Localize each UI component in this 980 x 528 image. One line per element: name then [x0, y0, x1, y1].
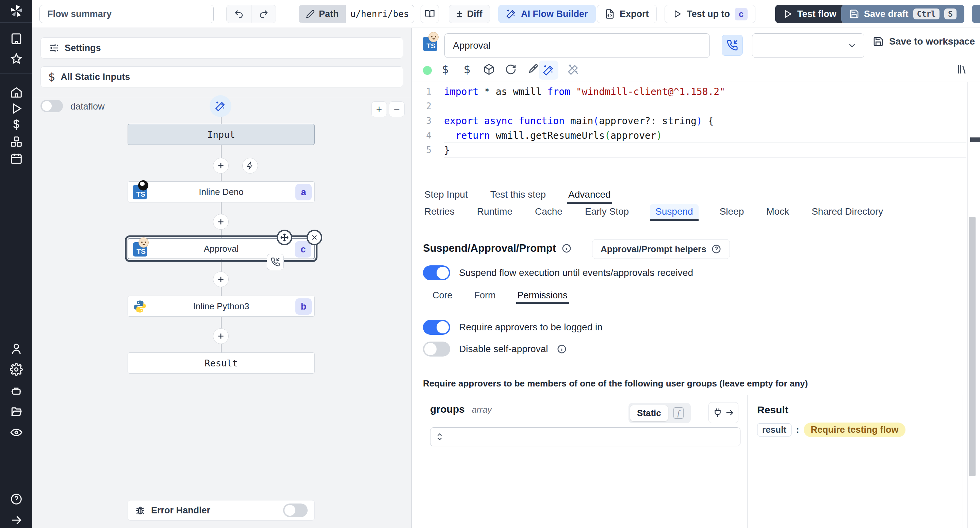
zoom-out-button[interactable]: − [389, 102, 404, 117]
deploy-button-partial[interactable] [972, 5, 980, 23]
resources-dollar-icon[interactable]: $ [460, 63, 474, 76]
diff-button[interactable]: ± Diff [449, 5, 490, 23]
windmill-logo-icon[interactable] [8, 3, 24, 19]
undo-button[interactable] [227, 5, 251, 23]
redo-button[interactable] [251, 5, 275, 23]
delete-step-button[interactable] [307, 230, 322, 245]
error-handler-row[interactable]: Error Handler [127, 500, 315, 520]
test-up-to-button[interactable]: Test up to c [665, 5, 756, 23]
suspend-step-indicator-button[interactable] [722, 35, 743, 56]
tab-permissions[interactable]: Permissions [516, 288, 569, 304]
ai-assistant-icon[interactable] [539, 60, 558, 80]
advanced-tabs: Retries Runtime Cache Early Stop Suspend… [412, 204, 967, 221]
tab-form[interactable]: Form [473, 288, 497, 304]
folders-icon[interactable] [10, 405, 23, 418]
home-icon[interactable] [10, 86, 23, 99]
flow-settings-button[interactable]: Settings [40, 37, 403, 59]
function-icon: f [673, 407, 684, 419]
error-handler-toggle[interactable] [283, 504, 308, 517]
settings-gear-icon[interactable] [10, 363, 23, 376]
tab-shared-directory[interactable]: Shared Directory [810, 204, 885, 221]
flow-summary-input[interactable] [40, 5, 214, 23]
expand-sidebar-icon[interactable] [10, 514, 23, 526]
zoom-in-button[interactable]: + [371, 102, 387, 117]
node-input[interactable]: Input [127, 124, 315, 145]
connect-input-button[interactable] [708, 402, 738, 423]
approval-suspend-badge[interactable] [267, 254, 284, 270]
approval-prompt-helpers-button[interactable]: Approval/Prompt helpers [592, 239, 730, 259]
user-icon[interactable] [10, 343, 23, 356]
tab-retries[interactable]: Retries [423, 204, 456, 221]
ai-disabled-icon[interactable] [566, 63, 580, 76]
node-result[interactable]: Result [127, 353, 315, 374]
info-icon[interactable] [562, 243, 572, 253]
variables-dollar-icon[interactable]: $ [439, 63, 452, 76]
package-icon[interactable] [482, 63, 496, 76]
ai-builder-node-button[interactable] [210, 95, 231, 117]
tab-sleep[interactable]: Sleep [718, 204, 746, 221]
code-editor[interactable]: import * as wmill from "windmill-client@… [444, 84, 966, 157]
node-inline-python3[interactable]: Inline Python3 b [127, 296, 315, 317]
step-name-input[interactable] [444, 33, 710, 58]
add-step-after-python-button[interactable] [213, 328, 229, 344]
result-colon: : [796, 425, 799, 435]
test-flow-button[interactable]: Test flow [775, 5, 844, 23]
tab-step-input[interactable]: Step Input [423, 187, 469, 204]
tab-runtime[interactable]: Runtime [476, 204, 514, 221]
suspend-subtabs: Core Form Permissions [423, 288, 957, 304]
result-key-chip[interactable]: result [757, 423, 791, 436]
tab-suspend[interactable]: Suspend [650, 204, 698, 221]
wand-sparkles-icon [506, 9, 516, 19]
tab-cache[interactable]: Cache [533, 204, 564, 221]
flow-connector-line [221, 117, 221, 355]
library-icon[interactable] [956, 63, 970, 77]
move-step-button[interactable] [277, 230, 292, 245]
workers-robot-icon[interactable] [10, 385, 23, 398]
resources-cubes-icon[interactable] [10, 135, 23, 148]
export-button[interactable]: Export [597, 5, 657, 23]
info-icon[interactable] [557, 344, 567, 354]
add-step-after-approval-button[interactable] [213, 272, 229, 287]
disable-self-approval-toggle[interactable] [423, 342, 450, 356]
tab-advanced[interactable]: Advanced [567, 187, 612, 204]
add-step-after-deno-button[interactable] [213, 214, 229, 230]
static-segment[interactable]: Static [630, 405, 668, 421]
node-inline-deno[interactable]: TS Inline Deno a [127, 181, 315, 202]
reload-icon[interactable] [504, 63, 517, 76]
book-open-icon [425, 9, 435, 19]
tab-core[interactable]: Core [431, 288, 454, 304]
tab-early-stop[interactable]: Early Stop [584, 204, 630, 221]
sliders-icon [48, 43, 59, 53]
editor-scrollbar-thumb[interactable] [970, 137, 980, 142]
suspend-flow-toggle[interactable] [423, 266, 450, 280]
audit-eye-icon[interactable] [10, 426, 23, 439]
add-trigger-button[interactable] [242, 158, 258, 173]
require-login-toggle[interactable] [423, 320, 450, 335]
tab-test-this-step[interactable]: Test this step [489, 187, 547, 204]
settings-scrollbar-thumb[interactable] [969, 217, 975, 476]
format-brush-icon[interactable] [526, 63, 539, 76]
script-version-select[interactable] [752, 33, 864, 58]
favorites-star-icon[interactable] [10, 52, 23, 65]
runs-icon[interactable] [10, 102, 23, 115]
tab-mock[interactable]: Mock [765, 204, 791, 221]
add-step-after-input-button[interactable] [213, 158, 229, 173]
save-draft-button[interactable]: Save draft Ctrl S [841, 5, 964, 23]
path-chip[interactable]: Path u/henri/bes [299, 5, 414, 23]
disable-self-approval-label: Disable self-approval [459, 344, 548, 355]
ai-flow-builder-button[interactable]: AI Flow Builder [498, 5, 596, 23]
function-segment[interactable]: f [668, 404, 689, 421]
plug-icon [713, 407, 723, 418]
help-icon[interactable] [10, 493, 23, 506]
docs-book-button[interactable] [421, 5, 439, 23]
variables-icon[interactable] [10, 118, 23, 131]
workspace-icon[interactable] [10, 32, 23, 45]
save-to-workspace-button[interactable]: Save to workspace [873, 36, 975, 47]
schedules-calendar-icon[interactable] [10, 152, 23, 165]
dataflow-toggle[interactable] [40, 100, 63, 112]
path-value[interactable]: u/henri/bes [346, 5, 414, 23]
groups-array-input[interactable] [430, 427, 740, 446]
groups-field-name: groups [430, 404, 465, 415]
all-static-inputs-button[interactable]: $ All Static Inputs [40, 66, 403, 87]
approval-node-label: Approval [204, 243, 239, 254]
